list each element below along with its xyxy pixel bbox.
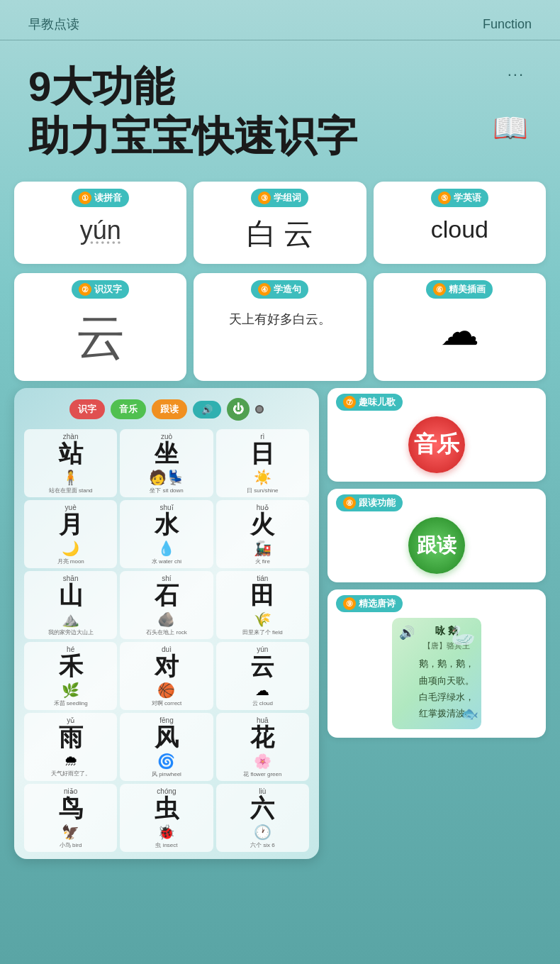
char-sub-shui: 水 water chi (152, 558, 181, 565)
char-cell-dui[interactable]: duì 对 🏀 对啊 correct (120, 642, 213, 710)
func-card-english: ⑤ 学英语 cloud (374, 182, 546, 264)
poetry-sound-icon[interactable]: 🔊 (399, 625, 415, 641)
book-btn-follow[interactable]: 跟读 (152, 399, 187, 419)
char-niao: 鸟 (59, 795, 83, 821)
char-he: 禾 (59, 653, 83, 680)
num-badge-3: ③ (258, 192, 271, 204)
main-section: 识字 音乐 跟读 🔊 ⏻ zhàn 站 🧍 站在在里面 stand zuò 坐 (0, 388, 560, 873)
book-decoration-icon: 📖 (493, 111, 528, 145)
char-img-tian: 🌾 (254, 611, 271, 628)
char-liu: 六 (250, 795, 274, 821)
char-img-shi: 🪨 (157, 611, 175, 628)
book-chars-grid: zhàn 站 🧍 站在在里面 stand zuò 坐 🧑‍💺 坐下 sit do… (21, 429, 312, 852)
char-zhan: 站 (59, 441, 83, 467)
char-huo: 火 (250, 511, 274, 538)
book-btn-sound[interactable]: 🔊 (193, 401, 221, 419)
char-cell-liu[interactable]: liù 六 🕐 六个 six 6 (216, 784, 309, 852)
char-sub-yue: 月亮 moon (57, 558, 84, 565)
char-zuo: 坐 (155, 441, 179, 467)
book-inner: 识字 音乐 跟读 🔊 ⏻ zhàn 站 🧍 站在在里面 stand zuò 坐 (14, 388, 319, 859)
char-img-shui: 💧 (157, 540, 175, 557)
char-cell-niao[interactable]: niǎo 鸟 🦅 小鸟 bird (24, 784, 117, 852)
char-yun: 云 (250, 653, 274, 680)
book-camera (255, 405, 264, 414)
char-cell-yun[interactable]: yún 云 ☁ 云 cloud (216, 642, 309, 710)
char-img-yu: 🌧 (64, 753, 78, 769)
num-badge-4: ④ (258, 283, 271, 296)
char-shan: 山 (59, 582, 83, 609)
char-dui: 对 (155, 653, 179, 680)
num-badge-7: ⑦ (343, 396, 356, 409)
func-label-5: ⑤ 学英语 (431, 189, 488, 207)
char-img-niao: 🦅 (62, 824, 79, 841)
book-buttons-row: 识字 音乐 跟读 🔊 ⏻ (21, 398, 312, 421)
char-img-yue: 🌙 (62, 540, 79, 557)
book-area: 识字 音乐 跟读 🔊 ⏻ zhàn 站 🧍 站在在里面 stand zuò 坐 (14, 388, 319, 859)
char-img-chong: 🐞 (157, 824, 175, 841)
char-img-yun: ☁ (255, 682, 269, 699)
char-img-shan: ⛰️ (62, 611, 79, 628)
cloud-illustration: ☁ (440, 309, 479, 354)
poetry-bird-icon: 🦢 (451, 624, 476, 647)
char-cell-shi[interactable]: shí 石 🪨 石头在地上 rock (120, 571, 213, 639)
book-btn-power[interactable]: ⏻ (227, 398, 250, 421)
char-sub-yun: 云 cloud (252, 700, 273, 707)
func-label-2: ② 识汉字 (72, 280, 129, 299)
sentence-content: 天上有好多白云。 (229, 310, 331, 329)
char-img-he: 🌿 (62, 682, 79, 699)
char-cell-shui[interactable]: shuǐ 水 💧 水 water chi (120, 500, 213, 568)
music-button[interactable]: 音乐 (408, 416, 465, 473)
words-content: 白 云 (247, 214, 314, 254)
char-shi: 石 (155, 582, 179, 609)
card-poetry: ⑨ 精选唐诗 🔊 咏 鹅 【唐】骆宾王 鹅，鹅，鹅， 曲项向天歌。 白毛浮绿水，… (327, 589, 546, 738)
func-label-3: ③ 学组词 (251, 189, 308, 207)
char-cell-yue[interactable]: yuè 月 🌙 月亮 moon (24, 500, 117, 568)
book-btn-recognize[interactable]: 识字 (69, 399, 105, 419)
char-cell-ri[interactable]: rì 日 ☀️ 日 sun/shine (216, 429, 309, 497)
book-btn-music[interactable]: 音乐 (111, 399, 146, 419)
char-cell-shan[interactable]: shān 山 ⛰️ 我的家旁边大山上 (24, 571, 117, 639)
char-img-hua: 🌸 (254, 753, 271, 770)
func-card-sentence: ④ 学造句 天上有好多白云。 (194, 273, 366, 381)
header: 早教点读 Function (0, 0, 560, 40)
char-cell-feng[interactable]: fēng 风 🌀 风 pinwheel (120, 713, 213, 781)
dots-icon: ··· (508, 65, 525, 84)
english-content: cloud (431, 216, 488, 243)
hero-title: 9大功能 助力宝宝快速识字 (28, 62, 532, 160)
char-img-feng: 🌀 (157, 753, 175, 770)
char-cell-huo[interactable]: huǒ 火 🚂 火 fire (216, 500, 309, 568)
header-title: 早教点读 (28, 16, 79, 33)
char-sub-feng: 风 pinwheel (152, 771, 181, 778)
char-img-dui: 🏀 (157, 682, 175, 699)
poetry-content: 🔊 咏 鹅 【唐】骆宾王 鹅，鹅，鹅， 曲项向天歌。 白毛浮绿水， 红掌拨清波。… (392, 618, 481, 729)
func-label-6: ⑥ 精美插画 (426, 280, 493, 299)
char-sub-niao: 小鸟 bird (60, 842, 82, 849)
char-cell-zuo[interactable]: zuò 坐 🧑‍💺 坐下 sit down (120, 429, 213, 497)
char-ri: 日 (250, 441, 274, 467)
char-sub-he: 禾苗 seedling (54, 700, 88, 707)
char-cell-chong[interactable]: chóng 虫 🐞 虫 insect (120, 784, 213, 852)
hero-line1: 9大功能 (28, 63, 174, 109)
card-follow-label: ⑧ 跟读功能 (336, 494, 403, 511)
num-badge-1: ① (79, 192, 91, 204)
char-img-liu: 🕐 (254, 824, 271, 841)
follow-button[interactable]: 跟读 (408, 517, 465, 574)
char-chong: 虫 (155, 795, 179, 821)
char-cell-tian[interactable]: tián 田 🌾 田里来了个 field (216, 571, 309, 639)
char-cell-hua[interactable]: huā 花 🌸 花 flower green (216, 713, 309, 781)
func-card-pinyin: ① 读拼音 yún (14, 182, 186, 264)
char-img-ri: ☀️ (254, 469, 271, 486)
char-sub-yu: 天气好雨空了。 (51, 770, 91, 777)
char-yue: 月 (59, 511, 83, 538)
char-cell-zhan[interactable]: zhàn 站 🧍 站在在里面 stand (24, 429, 117, 497)
char-sub-ri: 日 sun/shine (247, 487, 278, 494)
char-feng: 风 (155, 724, 179, 750)
func-label-4: ④ 学造句 (251, 280, 308, 299)
char-sub-dui: 对啊 correct (152, 700, 182, 707)
char-cell-he[interactable]: hé 禾 🌿 禾苗 seedling (24, 642, 117, 710)
char-sub-zuo: 坐下 sit down (150, 487, 184, 494)
char-sub-chong: 虫 insect (155, 842, 177, 849)
num-badge-6: ⑥ (433, 283, 446, 296)
char-cell-yu[interactable]: yǔ 雨 🌧 天气好雨空了。 (24, 713, 117, 781)
functions-row2: ② 识汉字 云 ④ 学造句 天上有好多白云。 ⑥ 精美插画 ☁ (0, 273, 560, 388)
